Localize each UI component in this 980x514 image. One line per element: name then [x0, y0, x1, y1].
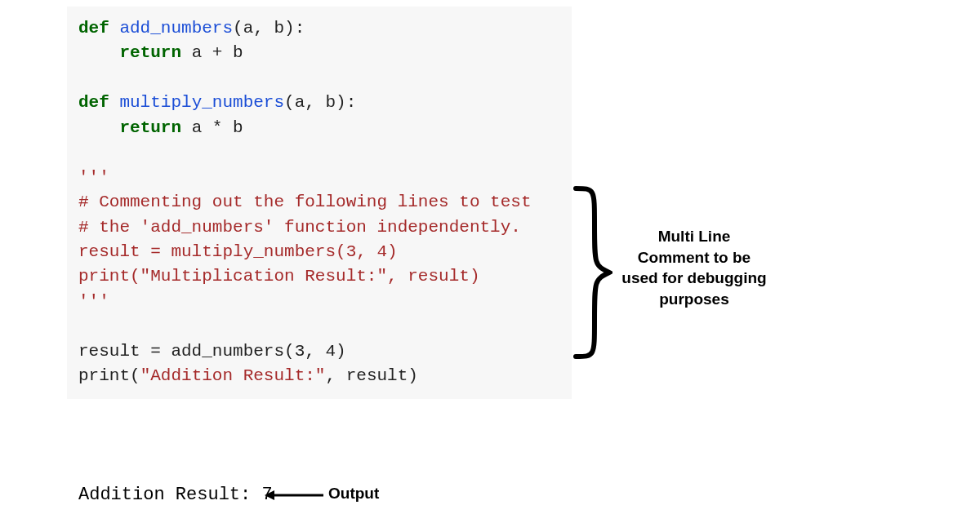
commented-line: result = multiply_numbers(3, 4): [78, 242, 398, 261]
expr: a * b: [181, 118, 243, 137]
params: (a, b):: [284, 93, 356, 112]
keyword-return: return: [119, 118, 181, 137]
string-literal: "Addition Result:": [140, 366, 326, 385]
code-line: result = add_numbers(3, 4): [78, 342, 346, 361]
keyword-def: def: [78, 19, 109, 38]
function-name: multiply_numbers: [109, 93, 284, 112]
code-block: def add_numbers(a, b): return a + b def …: [67, 7, 572, 399]
output-label: Output: [328, 485, 379, 503]
print-call: print(: [78, 366, 140, 385]
function-name: add_numbers: [109, 19, 233, 38]
triple-quote-open: ''': [78, 168, 109, 187]
print-tail: , result): [325, 366, 417, 385]
keyword-return: return: [119, 43, 181, 62]
curly-brace-icon: [564, 184, 612, 361]
commented-line: # the 'add_numbers' function independent…: [78, 218, 521, 237]
params: (a, b):: [233, 19, 305, 38]
triple-quote-close: ''': [78, 292, 109, 311]
arrow-left-icon: [263, 488, 324, 503]
commented-line: # Commenting out the following lines to …: [78, 193, 532, 211]
keyword-def: def: [78, 93, 109, 112]
svg-marker-1: [265, 490, 274, 500]
annotation-text: Multi Line Comment to be used for debugg…: [621, 226, 768, 310]
output-text: Addition Result: 7: [78, 485, 273, 505]
commented-line: print("Multiplication Result:", result): [78, 267, 479, 286]
expr: a + b: [181, 43, 243, 62]
